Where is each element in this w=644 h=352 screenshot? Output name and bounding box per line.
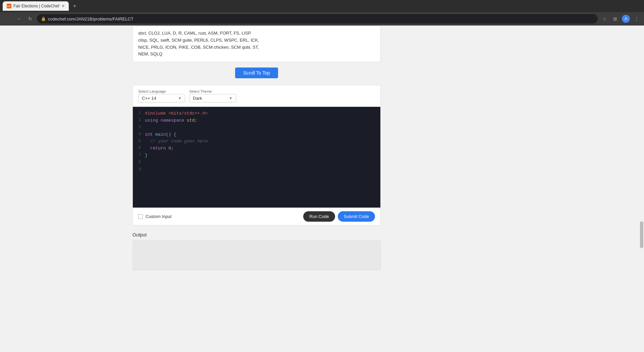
active-tab[interactable]: CC Fair Elections | CodeChef ✕ — [3, 1, 69, 11]
language-select[interactable]: C++ 14 ▼ — [138, 94, 185, 102]
forward-button[interactable]: → — [14, 14, 23, 24]
line-content-5: // your code goes here — [145, 138, 208, 145]
line-content-7: } — [145, 152, 148, 159]
line-number-8: 8 — [136, 159, 145, 166]
action-buttons: Run Code Submit Code — [303, 211, 375, 222]
tab-bar: CC Fair Elections | CodeChef ✕ + — [0, 0, 644, 12]
profile-circle: A — [622, 15, 630, 23]
output-section: Output — [132, 232, 381, 270]
code-line-2: 2 using namespace std; — [133, 117, 380, 124]
bottom-bar: Custom Input Run Code Submit Code — [133, 208, 380, 225]
language-select-label: Select Language — [138, 89, 185, 93]
code-line-1: 1 #include <bits/stdc++.h> — [133, 110, 380, 117]
code-line-6: 6 return 0; — [133, 145, 380, 152]
page-wrapper: sbcl, CLOJ, LUA, D, R, CAML, rust, ASM, … — [0, 26, 644, 352]
languages-text: sbcl, CLOJ, LUA, D, R, CAML, rust, ASM, … — [138, 31, 259, 56]
content-area: sbcl, CLOJ, LUA, D, R, CAML, rust, ASM, … — [132, 26, 381, 352]
browser-actions: ☆ ⊞ A ⋮ — [600, 14, 641, 24]
run-code-button[interactable]: Run Code — [303, 211, 335, 222]
right-spacer — [386, 26, 644, 352]
theme-select-value: Dark — [193, 96, 202, 101]
main-content: sbcl, CLOJ, LUA, D, R, CAML, rust, ASM, … — [127, 26, 386, 352]
language-select-wrapper: Select Language C++ 14 ▼ — [138, 89, 185, 102]
line-number-2: 2 — [136, 117, 145, 124]
code-line-3: 3 — [133, 124, 380, 131]
code-line-9: 9 — [133, 166, 380, 173]
line-content-6: return 0; — [145, 145, 174, 152]
back-button[interactable]: ← — [3, 14, 12, 24]
line-number-3: 3 — [136, 124, 145, 131]
line-number-9: 9 — [136, 166, 145, 173]
tab-label: Fair Elections | CodeChef — [13, 4, 59, 8]
custom-input-checkbox[interactable] — [138, 214, 143, 219]
submit-code-button[interactable]: Submit Code — [338, 211, 375, 222]
line-content-4: int main() { — [145, 131, 176, 138]
theme-select-label: Select Theme — [189, 89, 236, 93]
tab-close-icon[interactable]: ✕ — [61, 4, 65, 8]
editor-toolbar: Select Language C++ 14 ▼ Select Theme Da… — [133, 85, 380, 107]
line-number-5: 5 — [136, 138, 145, 145]
languages-box: sbcl, CLOJ, LUA, D, R, CAML, rust, ASM, … — [132, 26, 381, 62]
code-line-5: 5 // your code goes here — [133, 138, 380, 145]
reload-button[interactable]: ↻ — [25, 14, 35, 24]
code-line-4: 4 int main() { — [133, 131, 380, 138]
url-bar[interactable]: 🔒 codechef.com/JAN21B/problems/FAIRELCT — [37, 14, 598, 24]
scrollbar-thumb[interactable] — [640, 221, 643, 248]
editor-section: Select Language C++ 14 ▼ Select Theme Da… — [132, 85, 381, 225]
bookmark-star-icon[interactable]: ☆ — [600, 14, 609, 24]
browser-chrome: CC Fair Elections | CodeChef ✕ + ← → ↻ 🔒… — [0, 0, 644, 26]
avatar-button[interactable]: A — [621, 14, 631, 24]
tab-favicon: CC — [7, 4, 11, 8]
line-content-3 — [145, 124, 148, 131]
output-box[interactable] — [132, 240, 381, 270]
menu-dots-icon[interactable]: ⋮ — [632, 14, 641, 24]
line-content-2: using namespace std; — [145, 117, 197, 124]
url-text: codechef.com/JAN21B/problems/FAIRELCT — [48, 16, 133, 21]
custom-input-label: Custom Input — [146, 214, 171, 219]
new-tab-button[interactable]: + — [70, 1, 79, 11]
theme-select-wrapper: Select Theme Dark ▼ — [189, 89, 236, 102]
theme-select-arrow-icon: ▼ — [229, 96, 232, 100]
line-number-6: 6 — [136, 145, 145, 152]
line-number-4: 4 — [136, 131, 145, 138]
scroll-to-top-button[interactable]: Scroll To Top — [235, 68, 278, 78]
lock-icon: 🔒 — [41, 16, 46, 21]
extension-puzzle-icon[interactable]: ⊞ — [610, 14, 620, 24]
line-number-1: 1 — [136, 110, 145, 117]
theme-select[interactable]: Dark ▼ — [189, 94, 236, 102]
line-content-8 — [145, 159, 148, 166]
line-content-9 — [145, 166, 148, 173]
line-number-7: 7 — [136, 152, 145, 159]
address-bar: ← → ↻ 🔒 codechef.com/JAN21B/problems/FAI… — [0, 12, 644, 26]
output-label: Output — [132, 232, 381, 237]
code-line-7: 7 } — [133, 152, 380, 159]
custom-input-wrapper: Custom Input — [138, 214, 171, 219]
code-editor[interactable]: 1 #include <bits/stdc++.h> 2 using names… — [133, 107, 380, 208]
code-line-8: 8 — [133, 159, 380, 166]
scrollbar[interactable] — [639, 26, 644, 352]
language-select-value: C++ 14 — [142, 96, 156, 101]
language-select-arrow-icon: ▼ — [178, 96, 181, 100]
line-content-1: #include <bits/stdc++.h> — [145, 110, 208, 117]
scroll-to-top-wrapper: Scroll To Top — [132, 68, 381, 78]
left-spacer — [0, 26, 127, 352]
